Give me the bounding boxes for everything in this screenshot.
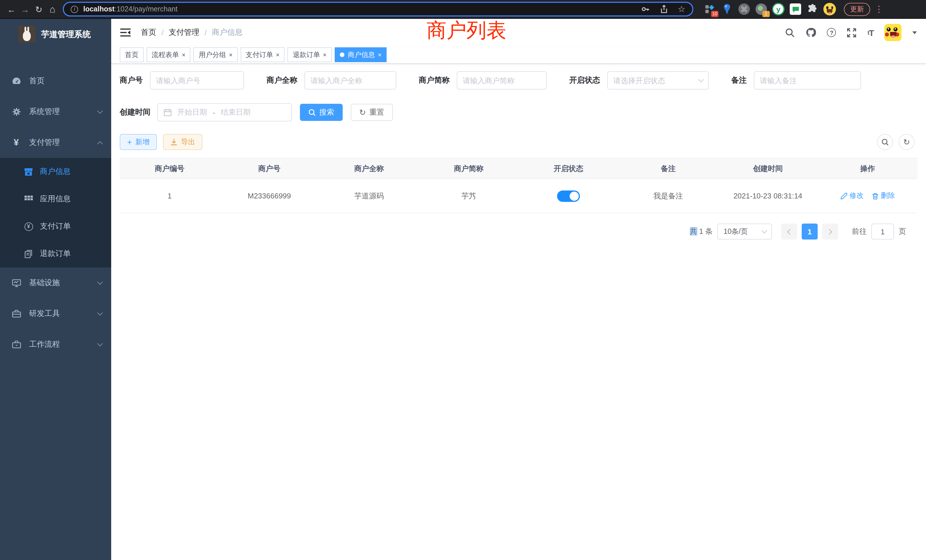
pencil-icon [840,192,847,199]
site-info-icon[interactable]: i [71,5,78,13]
current-page-button[interactable]: 1 [802,224,818,239]
bookmark-star-icon[interactable]: ☆ [678,4,685,14]
share-icon[interactable] [660,5,668,14]
tab-refund-order[interactable]: 退款订单× [287,47,332,62]
chevron-up-icon [97,141,103,147]
app-title: 芋道管理系统 [41,29,91,39]
sidebar-item-pay[interactable]: ¥ 支付管理 [0,127,111,158]
status-select[interactable] [607,71,708,89]
field-label: 商户全称 [266,75,297,86]
page-size-select[interactable]: 10条/页 [717,224,772,239]
tab-user-group[interactable]: 用户分组× [194,47,238,62]
font-size-icon[interactable]: tT [867,28,873,37]
delete-link[interactable]: 删除 [872,191,895,201]
col-full-name: 商户全称 [319,158,419,179]
filter-merchant-no: 商户号 [120,71,244,89]
tab-pay-order[interactable]: 支付订单× [241,47,285,62]
prev-page-button[interactable] [781,224,797,239]
filter-row-1: 商户号 商户全称 商户简称 开启状态 [120,71,917,89]
active-tab-dot [340,53,344,57]
password-key-icon[interactable] [641,5,650,14]
extension-chat-icon[interactable] [788,2,803,17]
field-label: 商户号 [120,75,143,86]
profile-avatar-icon[interactable] [822,2,837,17]
search-icon[interactable] [785,28,795,37]
user-avatar[interactable] [884,24,902,41]
add-button[interactable]: + 新增 [120,134,157,150]
browser-reload-icon[interactable]: ↻ [32,0,45,18]
toggle-search-button[interactable] [877,134,893,150]
help-icon[interactable]: ? [827,28,836,37]
sidebar-item-workflow[interactable]: 工作流程 [0,329,111,360]
remark-input[interactable] [754,71,861,89]
col-merchant-no: 商户号 [219,158,319,179]
goto-page: 前往 页 [852,224,906,239]
extension-pin-icon[interactable] [720,2,734,17]
full-name-input[interactable] [304,71,396,89]
url-text[interactable]: localhost:1024/pay/merchant [83,5,178,13]
sidebar-item-app-info[interactable]: 应用信息 [0,185,111,213]
close-icon[interactable]: × [276,51,280,58]
address-bar[interactable]: i localhost:1024/pay/merchant ☆ [63,2,693,17]
sidebar-item-refund-order[interactable]: 退款订单 [0,240,111,268]
tab-merchant-info[interactable]: 商户信息× [335,47,387,62]
date-range-picker[interactable]: 开始日期 - 结束日期 [157,103,292,121]
github-icon[interactable] [806,27,816,38]
extension-gray-dot-icon[interactable]: 1 [754,2,769,17]
sidebar-item-pay-order[interactable]: ¥ 支付订单 [0,213,111,240]
sidebar-logo-row[interactable]: 芋道管理系统 [0,19,111,50]
sidebar-collapse-icon[interactable] [120,28,130,37]
filter-remark: 备注 [731,71,861,89]
avatar-caret-icon[interactable] [912,31,917,34]
close-icon[interactable]: × [182,51,186,58]
close-icon[interactable]: × [378,51,382,58]
fullscreen-icon[interactable] [847,28,857,37]
sidebar-item-home[interactable]: 首页 [0,65,111,96]
top-navbar: 首页 / 支付管理 / 商户信息 ? [111,19,926,46]
search-button[interactable]: 搜索 [300,104,343,121]
edit-link[interactable]: 修改 [840,191,864,201]
chrome-update-button[interactable]: 更新 [844,3,870,16]
table-row[interactable]: 1 M233666999 芋道源码 芋艿 我是备注 2021-10-23 08:… [120,179,917,213]
close-icon[interactable]: × [323,51,327,58]
browser-forward-icon[interactable]: → [18,0,32,18]
breadcrumb-separator: / [161,28,163,37]
sidebar-item-system[interactable]: 系统管理 [0,96,111,127]
cell-create-time: 2021-10-23 08:31:14 [718,179,818,213]
breadcrumb-pay[interactable]: 支付管理 [169,27,200,38]
close-icon[interactable]: × [229,51,233,58]
briefcase-icon [11,341,21,348]
col-short-name: 商户简称 [419,158,519,179]
table-header-row: 商户编号 商户号 商户全称 商户简称 开启状态 备注 创建时间 操作 [120,158,917,179]
extension-y-icon[interactable]: y [771,2,786,17]
merchant-no-input[interactable] [150,71,244,89]
extension-command-icon[interactable]: ⌘ [737,2,752,17]
short-name-input[interactable] [457,71,546,89]
breadcrumb-separator: / [205,28,207,37]
tab-process-form[interactable]: 流程表单× [147,47,191,62]
table-tools: ↻ [877,134,915,150]
sidebar-item-infra[interactable]: 基础设施 [0,268,111,298]
goto-page-input[interactable] [871,224,894,239]
chevron-down-icon [97,279,103,285]
toolbox-icon [11,310,21,318]
breadcrumb-home[interactable]: 首页 [141,27,156,38]
export-button[interactable]: 导出 [163,134,203,150]
col-status: 开启状态 [519,158,618,179]
browser-menu-icon[interactable]: ⋮ [875,4,883,14]
extension-apps-icon[interactable]: 10 [702,2,717,17]
goto-label: 前往 [852,226,867,237]
tab-home[interactable]: 首页 [120,47,144,62]
next-page-button[interactable] [822,224,838,239]
sidebar-item-merchant-info[interactable]: 商户信息 [0,158,111,185]
reset-button[interactable]: ↻ 重置 [351,104,393,121]
chevron-left-icon [787,229,793,235]
col-remark: 备注 [618,158,718,179]
sidebar-item-devtools[interactable]: 研发工具 [0,298,111,329]
status-toggle-on[interactable] [557,190,580,201]
browser-home-icon[interactable]: ⌂ [45,0,59,18]
screen: ← → ↻ ⌂ i localhost:1024/pay/merchant ☆ … [0,0,926,560]
refresh-table-button[interactable]: ↻ [899,134,915,150]
browser-back-icon[interactable]: ← [5,0,18,18]
extension-puzzle-icon[interactable] [805,2,820,17]
